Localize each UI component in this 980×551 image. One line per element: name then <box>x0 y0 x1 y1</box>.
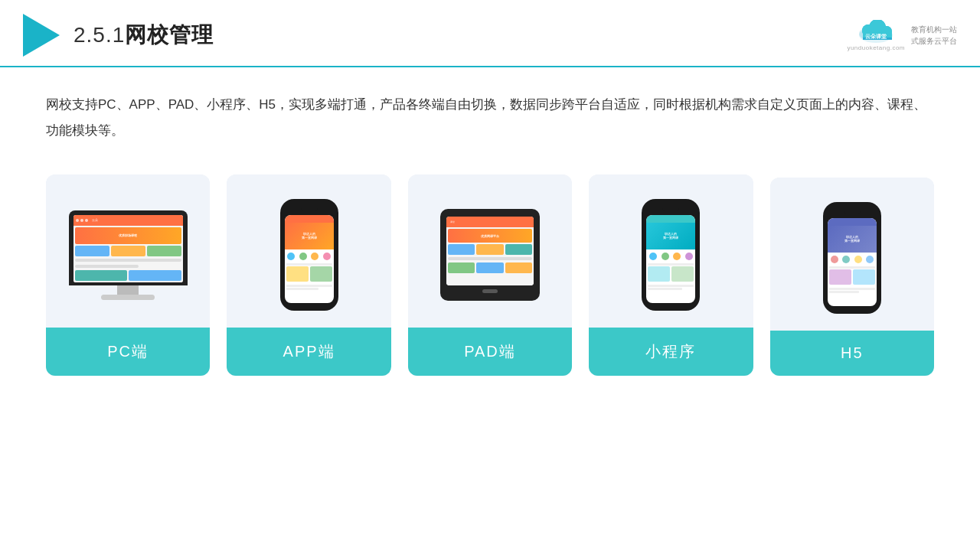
cloud-icon: 云朵课堂 <box>853 20 899 44</box>
pc-mockup: 云朵 优质职场课程 <box>69 210 188 300</box>
phone-screen-mini: 职达人的第一堂网课 <box>646 215 695 303</box>
description-text: 网校支持PC、APP、PAD、小程序、H5，实现多端打通，产品各终端自由切换，数… <box>46 92 934 144</box>
tablet-screen: 课堂 优质网课平台 <box>446 217 534 285</box>
card-app-image: 职达人的第一堂网课 <box>227 174 390 328</box>
card-pc: 云朵 优质职场课程 <box>46 174 210 376</box>
phone-outer-app: 职达人的第一堂网课 <box>280 199 338 311</box>
header-left: 2.5.1网校管理 <box>23 14 214 57</box>
card-miniprogram: 职达人的第一堂网课 <box>589 174 753 376</box>
brand-domain: yunduoketang.com <box>847 44 905 51</box>
pc-base <box>101 295 155 300</box>
platform-cards: 云朵 优质职场课程 <box>46 174 934 376</box>
section-number: 2.5.1 <box>74 23 125 47</box>
card-h5: 职达人的第一堂网课 <box>770 178 934 376</box>
brand-tagline: 教育机构一站式服务云平台 <box>911 24 957 47</box>
phone-notch-h5 <box>844 210 861 214</box>
title-text: 网校管理 <box>125 23 214 47</box>
brand-logo: 云朵课堂 yunduoketang.com <box>847 20 905 51</box>
phone-outer-mini: 职达人的第一堂网课 <box>642 199 700 311</box>
card-h5-image: 职达人的第一堂网课 <box>770 178 934 331</box>
play-icon <box>23 14 60 57</box>
pc-screen-inner: 云朵 优质职场课程 <box>74 215 183 282</box>
card-pc-label: PC端 <box>46 328 210 376</box>
phone-mockup-h5: 职达人的第一堂网课 <box>823 202 881 314</box>
pc-stand <box>117 285 139 295</box>
pc-screen-outer: 云朵 优质职场课程 <box>69 210 188 285</box>
card-h5-label: H5 <box>770 331 934 376</box>
card-app-label: APP端 <box>227 328 390 376</box>
card-pad-label: PAD端 <box>408 328 572 376</box>
phone-notch-mini <box>662 207 679 211</box>
card-miniprogram-image: 职达人的第一堂网课 <box>589 174 753 328</box>
tablet-mockup: 课堂 优质网课平台 <box>440 209 540 301</box>
card-miniprogram-label: 小程序 <box>589 328 753 376</box>
phone-mockup-mini: 职达人的第一堂网课 <box>642 199 700 311</box>
header: 2.5.1网校管理 云朵课堂 yunduoketang.com <box>0 0 980 67</box>
phone-notch <box>301 207 318 211</box>
phone-screen-h5: 职达人的第一堂网课 <box>828 218 877 306</box>
tablet-home-btn <box>482 289 498 293</box>
phone-outer-h5: 职达人的第一堂网课 <box>823 202 881 314</box>
card-app: 职达人的第一堂网课 <box>227 174 390 376</box>
main-content: 网校支持PC、APP、PAD、小程序、H5，实现多端打通，产品各终端自由切换，数… <box>0 67 980 391</box>
page-title: 2.5.1网校管理 <box>74 21 214 50</box>
phone-mockup-app: 职达人的第一堂网课 <box>280 199 338 311</box>
svg-text:云朵课堂: 云朵课堂 <box>865 33 887 39</box>
tablet-outer: 课堂 优质网课平台 <box>440 209 540 301</box>
header-right: 云朵课堂 yunduoketang.com 教育机构一站式服务云平台 <box>847 20 957 51</box>
card-pc-image: 云朵 优质职场课程 <box>46 174 210 328</box>
card-pad: 课堂 优质网课平台 <box>408 174 572 376</box>
phone-screen-app: 职达人的第一堂网课 <box>285 215 334 303</box>
card-pad-image: 课堂 优质网课平台 <box>408 174 572 328</box>
